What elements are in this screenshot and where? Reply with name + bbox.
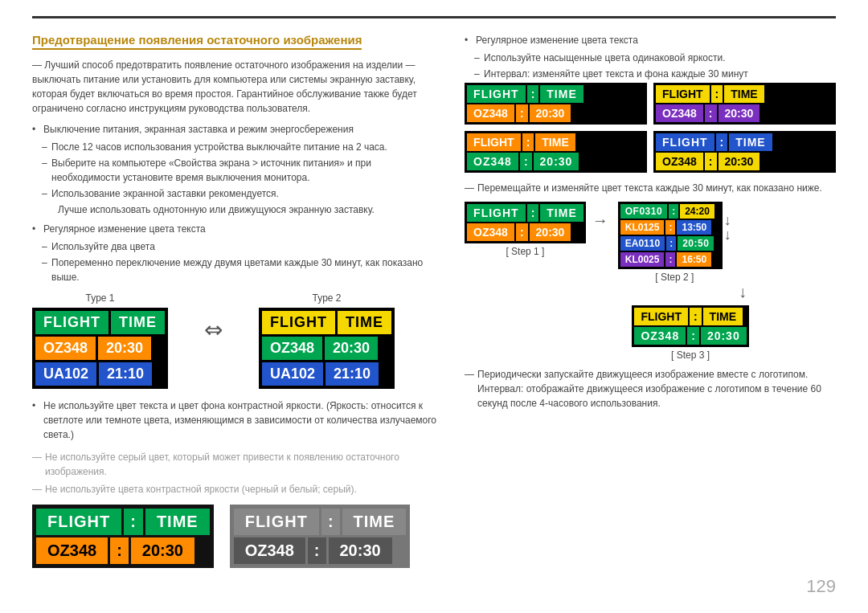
rb1-h1: FLIGHT xyxy=(467,85,526,103)
s2-r1c2: : xyxy=(669,204,678,219)
type2-row1-col1: OZ348 xyxy=(262,337,322,360)
bot-right-r1c1: OZ348 xyxy=(234,537,305,564)
type1-header-time: TIME xyxy=(111,311,165,334)
rb1-r1c1: OZ348 xyxy=(467,104,514,122)
double-down-arrows: ↓ ↓ xyxy=(724,213,731,242)
page-number: 129 xyxy=(806,576,836,597)
right-board-2: FLIGHT : TIME OZ348 : 20:30 xyxy=(653,83,836,125)
rb3-r1c1: OZ348 xyxy=(467,153,518,170)
step3-row1: OZ348 : 20:30 xyxy=(634,327,746,345)
bullet-2: Регулярное изменение цвета текста xyxy=(32,222,440,236)
type1-block: Type 1 FLIGHT TIME OZ348 20:30 UA102 21:… xyxy=(32,292,168,389)
bot-left-r1c2: : xyxy=(110,537,129,564)
s2-r2c2: : xyxy=(665,220,675,235)
s2-r1c1: OF0310 xyxy=(620,204,667,219)
sub-2: Выберите на компьютере «Свойства экрана … xyxy=(32,156,440,185)
step3-block: FLIGHT : TIME OZ348 : 20:30 [ Step 3 ] xyxy=(465,305,836,361)
step1-row1: OZ348 : 20:30 xyxy=(467,223,583,241)
right-column: Регулярное изменение цвета текста Исполь… xyxy=(465,33,836,568)
bullet-1: Выключение питания, экранная заставка и … xyxy=(32,122,440,137)
bot-right-h3: TIME xyxy=(342,509,407,535)
rb4-h1: FLIGHT xyxy=(656,133,714,151)
s3-r1c1: OZ348 xyxy=(634,327,686,345)
type2-row2-col1: UA102 xyxy=(262,362,323,386)
type1-board: FLIGHT TIME OZ348 20:30 UA102 21:10 xyxy=(32,308,168,389)
rb3-h1: FLIGHT xyxy=(467,133,521,151)
type2-header-flight: FLIGHT xyxy=(262,311,335,334)
s1-r1c3: 20:30 xyxy=(530,223,571,241)
bot-right-header: FLIGHT : TIME xyxy=(234,509,407,535)
step3-label: [ Step 3 ] xyxy=(632,349,748,361)
right-dash-2: Периодически запускайте движущееся изобр… xyxy=(465,367,836,411)
bot-left-header: FLIGHT : TIME xyxy=(36,509,210,535)
type1-row1-col1: OZ348 xyxy=(35,337,96,360)
s1-h3: TIME xyxy=(540,204,583,222)
step1-label: [ Step 1 ] xyxy=(506,246,544,257)
rb3-h2: : xyxy=(522,133,534,151)
rb4-r1c2: : xyxy=(705,153,717,170)
rb2-r1c1: OZ348 xyxy=(656,104,703,122)
section-title: Предотвращение появления остаточного изо… xyxy=(32,33,362,50)
right-boards-grid: FLIGHT : TIME OZ348 : 20:30 FLIGHT : TIM… xyxy=(465,83,836,173)
bot-left-h3: TIME xyxy=(145,509,210,535)
rb1-r1c3: 20:30 xyxy=(530,104,571,122)
rb1-header: FLIGHT : TIME xyxy=(467,85,645,103)
s3-h1: FLIGHT xyxy=(634,308,688,325)
s1-r1c1: OZ348 xyxy=(467,223,514,241)
sub-3: Использование экранной заставки рекоменд… xyxy=(32,186,440,201)
type1-row2-col2: 21:10 xyxy=(99,362,152,386)
step3-board-wrapper: FLIGHT : TIME OZ348 : 20:30 [ Step 3 ] xyxy=(632,305,748,361)
bullet-3: Не используйте цвет текста и цвет фона к… xyxy=(32,398,440,442)
step1-board: FLIGHT : TIME OZ348 : 20:30 xyxy=(465,202,586,243)
rb2-r1c2: : xyxy=(705,104,717,122)
s1-r1c2: : xyxy=(516,223,528,241)
right-dash-1: Перемещайте и изменяйте цвет текста кажд… xyxy=(465,181,836,195)
down-arrow-to-step3: ↓ xyxy=(649,283,836,301)
rb2-h3: TIME xyxy=(724,85,764,103)
step1-header: FLIGHT : TIME xyxy=(467,204,583,222)
right-sub-1: Используйте насыщенные цвета одинаковой … xyxy=(465,51,836,65)
type2-header-time: TIME xyxy=(338,311,391,334)
rb2-r1c3: 20:30 xyxy=(719,104,760,122)
types-row: Type 1 FLIGHT TIME OZ348 20:30 UA102 21:… xyxy=(32,292,440,389)
bottom-boards: FLIGHT : TIME OZ348 : 20:30 FLIGHT : TIM… xyxy=(32,505,440,568)
bot-left-h1: FLIGHT xyxy=(36,509,121,535)
type1-row1-col2: 20:30 xyxy=(98,337,151,360)
type2-label: Type 2 xyxy=(312,292,341,304)
step2-inner: OF0310 : 24:20 KL0125 : 13:50 EA0110 xyxy=(618,202,731,269)
bot-right-r1c2: : xyxy=(308,537,326,564)
rb2-h1: FLIGHT xyxy=(656,85,710,103)
right-board-4: FLIGHT : TIME OZ348 : 20:30 xyxy=(653,131,836,173)
type1-header: FLIGHT TIME xyxy=(35,311,165,334)
s3-r1c3: 20:30 xyxy=(701,327,747,345)
s2-r3c2: : xyxy=(666,236,676,251)
sub-1: После 12 часов использования устройства … xyxy=(32,140,440,154)
gray-2: Не используйте цвета контрастной яркости… xyxy=(32,482,440,497)
rb3-row1: OZ348 : 20:30 xyxy=(467,153,645,170)
s2-r2c1: KL0125 xyxy=(620,220,665,235)
right-sub-2: Интервал: изменяйте цвет текста и фона к… xyxy=(465,67,836,81)
s3-h3: TIME xyxy=(703,308,743,325)
rb4-h2: : xyxy=(716,133,728,151)
type2-board: FLIGHT TIME OZ348 20:30 UA102 21:10 xyxy=(259,308,395,389)
top-divider xyxy=(32,16,836,18)
step3-board: FLIGHT : TIME OZ348 : 20:30 xyxy=(632,305,748,347)
bottom-board-left: FLIGHT : TIME OZ348 : 20:30 xyxy=(32,505,214,568)
bot-left-r1c1: OZ348 xyxy=(36,537,108,564)
type1-row2-col1: UA102 xyxy=(35,362,96,386)
bot-right-r1c3: 20:30 xyxy=(329,537,392,564)
s2-r3c3: 20:50 xyxy=(678,236,714,251)
sub-5: Попеременно переключение между двумя цве… xyxy=(32,255,440,284)
s2-r4c1: KL0025 xyxy=(620,252,665,267)
type1-row1: OZ348 20:30 xyxy=(35,337,165,360)
type2-row2: UA102 21:10 xyxy=(262,362,391,386)
step3-header: FLIGHT : TIME xyxy=(634,308,746,325)
step2-r3: EA0110 : 20:50 xyxy=(620,236,720,251)
s2-r3c1: EA0110 xyxy=(620,236,665,251)
step2-label: [ Step 2 ] xyxy=(655,272,694,283)
gray-1: Не используйте серый цвет, который может… xyxy=(32,450,440,479)
rb1-r1c2: : xyxy=(516,104,528,122)
s2-r1c3: 24:20 xyxy=(680,204,714,219)
step-arrows: → xyxy=(592,211,612,230)
s3-r1c2: : xyxy=(687,327,699,345)
